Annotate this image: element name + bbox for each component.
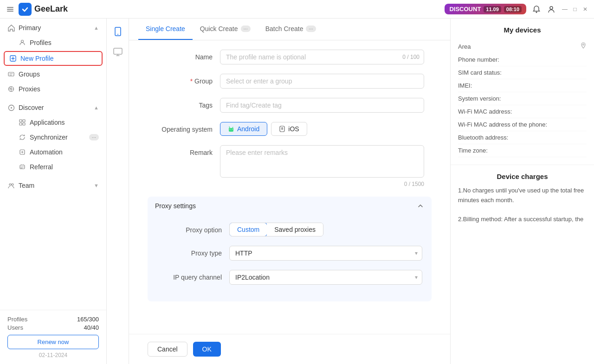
discount-badge[interactable]: DISCOUNT 11.09 08:10: [445, 4, 526, 14]
home-icon: [7, 24, 15, 32]
synchronizer-icon: [19, 134, 26, 141]
sidebar: Primary ▲ Profiles New Profile: [0, 19, 107, 364]
notification-icon[interactable]: [532, 5, 541, 14]
svg-point-17: [9, 184, 11, 185]
tab-batch-create[interactable]: Batch Create ···: [258, 19, 323, 40]
ip-channel-row: IP query channel IP2Location IPInfo MaxM…: [157, 270, 422, 285]
svg-rect-14: [23, 123, 25, 125]
device-charges-title: Device charges: [458, 172, 587, 180]
discount-timer2: 08:10: [504, 6, 522, 13]
discover-chevron: ▲: [94, 105, 99, 110]
proxy-type-label: Proxy type: [157, 246, 222, 257]
remark-textarea[interactable]: [220, 145, 424, 178]
team-chevron: ▼: [94, 183, 99, 188]
svg-point-5: [21, 40, 24, 43]
sidebar-date: 02-11-2024: [7, 352, 99, 358]
svg-rect-21: [114, 48, 122, 54]
os-buttons: Android iOS: [220, 122, 424, 136]
tags-control: [220, 98, 424, 113]
applications-icon: [19, 119, 26, 126]
sidebar-item-new-profile[interactable]: New Profile: [4, 51, 103, 66]
sidebar-item-automation[interactable]: Automation: [0, 145, 106, 160]
remark-row: Remark 0 / 1500: [148, 145, 432, 187]
group-input[interactable]: [220, 74, 424, 89]
tags-input[interactable]: [220, 98, 424, 113]
ip-channel-control: IP2Location IPInfo MaxMind: [229, 270, 422, 285]
proxies-icon: [7, 85, 15, 93]
svg-rect-0: [7, 7, 13, 8]
sidebar-item-groups[interactable]: Groups: [0, 67, 106, 82]
name-input[interactable]: [220, 50, 424, 64]
name-input-wrapper: 0 / 100: [220, 50, 424, 64]
right-panel: My devices Area Phone number: SIM card s…: [450, 19, 594, 364]
sidebar-toggle[interactable]: [6, 5, 15, 14]
svg-rect-24: [280, 126, 284, 132]
window-controls: — □ ✕: [562, 6, 588, 13]
maximize-btn[interactable]: □: [572, 6, 578, 13]
sidebar-item-profiles[interactable]: Profiles: [0, 35, 106, 50]
desktop-device-icon[interactable]: [110, 45, 125, 59]
tab-single-create[interactable]: Single Create: [138, 19, 193, 40]
device-charges-section: Device charges 1.No charges until you've…: [451, 165, 594, 232]
os-row: Operating system Android: [148, 122, 432, 136]
tab-quick-create[interactable]: Quick Create ···: [193, 19, 258, 40]
mobile-device-icon[interactable]: [110, 24, 125, 39]
sidebar-team-section: Team ▼: [0, 176, 106, 195]
proxy-type-select[interactable]: HTTP HTTPS SOCKS5: [229, 246, 422, 261]
name-row: Name 0 / 100: [148, 50, 432, 64]
proxy-collapse-icon: [417, 202, 424, 210]
ip-channel-select[interactable]: IP2Location IPInfo MaxMind: [229, 270, 422, 285]
profiles-icon: [19, 39, 26, 46]
discover-icon: [7, 104, 15, 111]
proxy-header[interactable]: Proxy settings: [148, 197, 432, 215]
team-icon: [7, 182, 15, 189]
system-version-row: System version:: [458, 92, 587, 105]
sidebar-bottom: Profiles 165/300 Users 40/40 Renew now 0…: [0, 310, 106, 364]
logo-text: GeeLark: [34, 4, 68, 14]
my-devices-title: My devices: [458, 26, 587, 34]
cancel-button[interactable]: Cancel: [148, 342, 187, 357]
custom-proxy-button[interactable]: Custom: [229, 223, 267, 236]
proxy-title: Proxy settings: [155, 202, 196, 210]
sim-status-row: SIM card status:: [458, 66, 587, 79]
group-row: Group: [148, 74, 432, 89]
timezone-row: Time zone:: [458, 144, 587, 157]
svg-point-20: [117, 34, 118, 35]
charge-note-1: 1.No charges until you've used up the to…: [458, 186, 587, 224]
bluetooth-row: Bluetooth address:: [458, 131, 587, 144]
sidebar-discover-section: Discover ▲ Applications Synchronizer ···: [0, 98, 106, 176]
svg-point-10: [11, 107, 12, 109]
svg-point-25: [282, 128, 283, 130]
proxy-type-select-wrapper: HTTP HTTPS SOCKS5: [229, 246, 422, 261]
saved-proxies-button[interactable]: Saved proxies: [267, 223, 323, 236]
sidebar-item-proxies[interactable]: Proxies: [0, 82, 106, 96]
location-icon: [580, 42, 587, 51]
group-control: [220, 74, 424, 89]
user-icon[interactable]: [547, 5, 556, 14]
proxy-type-row: Proxy type HTTP HTTPS SOCKS5: [157, 246, 422, 261]
sidebar-item-discover[interactable]: Discover ▲: [0, 100, 106, 115]
proxy-body: Proxy option Custom Saved proxies Proxy …: [148, 215, 432, 301]
proxy-option-control: Custom Saved proxies: [229, 223, 422, 236]
main-form: Single Create Quick Create ··· Batch Cre…: [129, 19, 450, 364]
synchronizer-badge: ···: [89, 134, 99, 140]
android-button[interactable]: Android: [220, 122, 267, 136]
phone-number-row: Phone number:: [458, 53, 587, 66]
sidebar-item-team[interactable]: Team ▼: [0, 178, 106, 193]
close-btn[interactable]: ✕: [582, 6, 588, 13]
form-footer: Cancel OK: [129, 334, 450, 364]
sidebar-item-primary[interactable]: Primary ▲: [0, 20, 106, 35]
ios-button[interactable]: iOS: [271, 122, 307, 136]
svg-rect-13: [19, 123, 22, 125]
svg-point-26: [583, 44, 584, 45]
minimize-btn[interactable]: —: [562, 6, 568, 13]
ok-button[interactable]: OK: [193, 342, 221, 357]
sidebar-item-referral[interactable]: Referral: [0, 160, 106, 174]
name-label: Name: [148, 50, 213, 61]
svg-point-3: [536, 12, 537, 13]
area-label: Area: [458, 43, 471, 50]
sidebar-primary-section: Primary ▲ Profiles New Profile: [0, 19, 106, 98]
renew-now-button[interactable]: Renew now: [7, 335, 99, 349]
sidebar-item-applications[interactable]: Applications: [0, 115, 106, 130]
sidebar-item-synchronizer[interactable]: Synchronizer ···: [0, 130, 106, 145]
